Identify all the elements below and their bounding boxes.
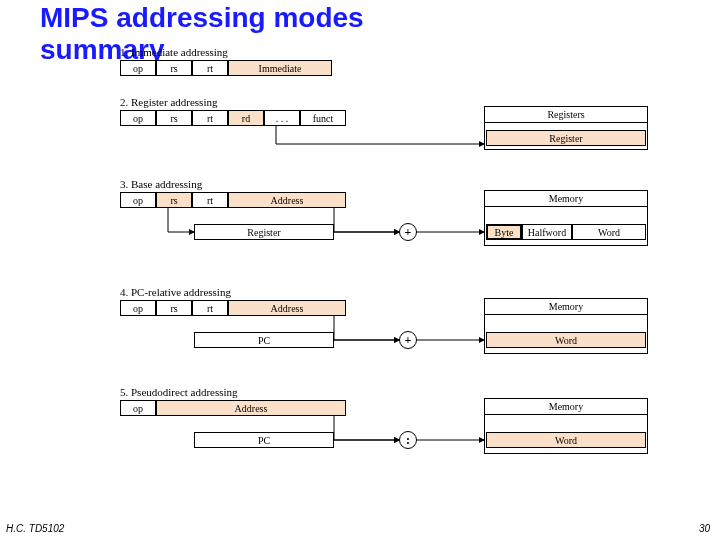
mode1-heading: 1. Immediate addressing xyxy=(120,46,228,58)
addressing-diagram: 1. Immediate addressing op rs rt Immedia… xyxy=(96,52,672,502)
mode2-register: Register xyxy=(486,130,646,146)
mode3-memory-label: Memory xyxy=(484,190,648,206)
mode1-rt: rt xyxy=(192,60,228,76)
mode3-heading: 3. Base addressing xyxy=(120,178,202,190)
mode5-memory-label: Memory xyxy=(484,398,648,414)
mode5-heading: 5. Pseudodirect addressing xyxy=(120,386,238,398)
mode1-rs: rs xyxy=(156,60,192,76)
mode3-register: Register xyxy=(194,224,334,240)
mode3-address: Address xyxy=(228,192,346,208)
mode5-pc: PC xyxy=(194,432,334,448)
mode3-byte: Byte xyxy=(486,224,522,240)
mode4-heading: 4. PC-relative addressing xyxy=(120,286,231,298)
mode4-rt: rt xyxy=(192,300,228,316)
mode2-rd: rd xyxy=(228,110,264,126)
mode4-memory-label: Memory xyxy=(484,298,648,314)
mode5-word: Word xyxy=(486,432,646,448)
mode5-concat-circle: : xyxy=(399,431,417,449)
mode2-rs: rs xyxy=(156,110,192,126)
mode3-rs: rs xyxy=(156,192,192,208)
mode3-word: Word xyxy=(572,224,646,240)
mode4-plus-circle: + xyxy=(399,331,417,349)
footer-left: H.C. TD5102 xyxy=(6,523,64,534)
mode2-funct: funct xyxy=(300,110,346,126)
mode2-registers-label: Registers xyxy=(484,106,648,122)
slide-title-line1: MIPS addressing modes xyxy=(0,0,720,32)
mode2-heading: 2. Register addressing xyxy=(120,96,217,108)
mode3-op: op xyxy=(120,192,156,208)
mode3-halfword: Halfword xyxy=(522,224,572,240)
mode2-op: op xyxy=(120,110,156,126)
mode3-plus-circle: + xyxy=(399,223,417,241)
mode3-rt: rt xyxy=(192,192,228,208)
mode1-immediate: Immediate xyxy=(228,60,332,76)
mode2-dots: . . . xyxy=(264,110,300,126)
mode4-pc: PC xyxy=(194,332,334,348)
mode2-rt: rt xyxy=(192,110,228,126)
mode5-op: op xyxy=(120,400,156,416)
mode4-word: Word xyxy=(486,332,646,348)
mode5-address: Address xyxy=(156,400,346,416)
mode1-op: op xyxy=(120,60,156,76)
mode4-op: op xyxy=(120,300,156,316)
slide-number: 30 xyxy=(699,523,710,534)
mode4-rs: rs xyxy=(156,300,192,316)
mode4-address: Address xyxy=(228,300,346,316)
